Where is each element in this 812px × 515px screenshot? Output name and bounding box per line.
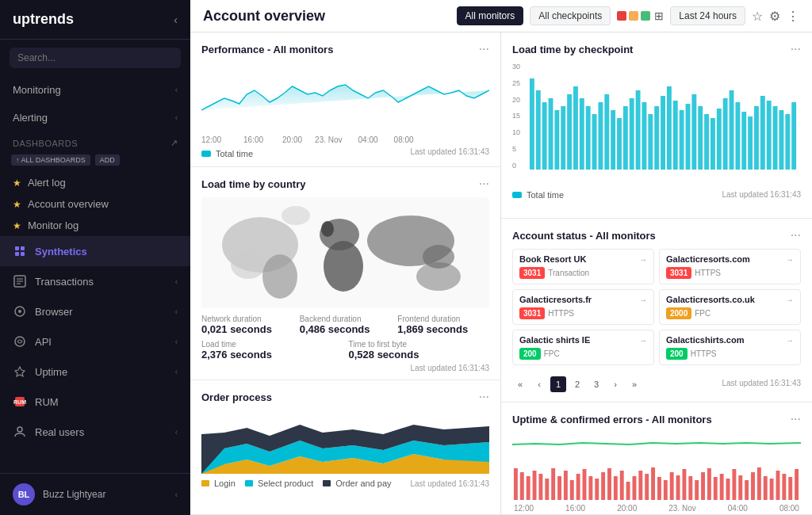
svg-rect-45 xyxy=(642,102,646,170)
page-3[interactable]: 3 xyxy=(588,376,604,392)
status-galacticshirts-com: Galacticshirts.com → 200 HTTPS xyxy=(659,330,801,365)
status-indicators: ⊞ xyxy=(617,10,664,22)
svg-point-21 xyxy=(282,206,310,225)
svg-rect-86 xyxy=(614,476,618,500)
load-time-stat: Load time 2,376 seconds xyxy=(201,340,343,360)
page-2[interactable]: 2 xyxy=(569,376,585,392)
svg-rect-0 xyxy=(15,246,19,250)
page-title: Account overview xyxy=(203,8,325,25)
menu-button[interactable]: ⋮ xyxy=(787,9,799,24)
settings-button[interactable]: ⚙ xyxy=(769,9,780,24)
sidebar-item-api[interactable]: API ‹ xyxy=(0,326,190,357)
sidebar-header: uptrends ‹ xyxy=(0,0,190,40)
svg-rect-43 xyxy=(630,98,634,170)
starred-monitor-log[interactable]: ★ Monitor log xyxy=(0,215,190,236)
svg-rect-98 xyxy=(688,476,692,500)
svg-rect-53 xyxy=(691,94,696,170)
status-red xyxy=(617,11,626,21)
svg-point-9 xyxy=(18,310,21,313)
svg-rect-40 xyxy=(611,110,615,170)
status-card-title: Account status - All monitors xyxy=(512,230,656,242)
sidebar-item-alerting[interactable]: Alerting ‹ xyxy=(0,104,190,132)
status-code: 3031 xyxy=(519,267,545,279)
sidebar-item-rum[interactable]: RUM RUM xyxy=(0,387,190,417)
starred-alert-log[interactable]: ★ Alert log xyxy=(0,172,190,193)
svg-rect-72 xyxy=(527,476,530,500)
uptime-menu-button[interactable]: ··· xyxy=(791,412,801,426)
username-label: Buzz Lightyear xyxy=(43,489,167,500)
user-profile[interactable]: BL Buzz Lightyear ‹ xyxy=(0,474,190,515)
uptime-chart xyxy=(512,433,801,504)
svg-rect-91 xyxy=(645,474,649,500)
left-column: Performance - All monitors ··· xyxy=(190,32,501,515)
avatar: BL xyxy=(13,483,35,505)
sidebar-item-synthetics[interactable]: Synthetics xyxy=(0,236,190,266)
page-1[interactable]: 1 xyxy=(550,376,566,392)
uptime-card: Uptime & confirmed errors - All monitors… xyxy=(501,402,812,515)
sidebar-footer: BL Buzz Lightyear ‹ xyxy=(0,473,190,515)
svg-rect-51 xyxy=(680,110,684,170)
svg-rect-77 xyxy=(557,476,561,500)
page-last[interactable]: » xyxy=(626,376,642,392)
sidebar-item-uptime[interactable]: Uptime ‹ xyxy=(0,357,190,387)
order-legend-dot xyxy=(323,480,331,486)
search-box[interactable] xyxy=(10,48,181,68)
sidebar-collapse-button[interactable]: ‹ xyxy=(174,13,178,26)
sidebar-section-icon: ↗ xyxy=(170,138,178,148)
svg-rect-59 xyxy=(730,90,734,170)
svg-point-10 xyxy=(15,337,25,346)
sidebar-item-realusers[interactable]: Real users ‹ xyxy=(0,417,190,447)
svg-rect-31 xyxy=(554,110,559,170)
all-dashboards-button[interactable]: ↑ ALL DASHBOARDS xyxy=(11,154,90,166)
svg-rect-75 xyxy=(545,479,549,500)
logo: uptrends xyxy=(13,11,74,28)
svg-rect-112 xyxy=(776,471,780,500)
sidebar-item-monitoring[interactable]: Monitoring ‹ xyxy=(0,76,190,104)
svg-rect-42 xyxy=(623,106,628,170)
svg-rect-37 xyxy=(592,114,597,170)
checkpoint-menu[interactable]: ··· xyxy=(791,42,801,56)
search-input[interactable] xyxy=(17,52,173,63)
page-prev[interactable]: ‹ xyxy=(531,376,547,392)
svg-point-13 xyxy=(17,427,22,432)
checkpoint-card: Load time by checkpoint ··· 30 25 20 15 … xyxy=(501,32,812,219)
page-next[interactable]: › xyxy=(607,376,623,392)
svg-rect-30 xyxy=(549,98,553,170)
stats-grid: Network duration 0,021 seconds Backend d… xyxy=(201,315,489,335)
svg-rect-97 xyxy=(682,469,686,500)
sidebar-item-browser[interactable]: Browser ‹ xyxy=(0,296,190,326)
status-code: 200 xyxy=(519,348,541,360)
star-button[interactable]: ☆ xyxy=(752,9,763,24)
all-checkpoints-filter[interactable]: All checkpoints xyxy=(530,6,611,25)
performance-chart xyxy=(201,63,489,134)
svg-rect-79 xyxy=(570,480,574,500)
svg-rect-71 xyxy=(520,472,524,500)
starred-account-overview[interactable]: ★ Account overview xyxy=(0,193,190,215)
svg-rect-47 xyxy=(654,106,659,170)
load-country-last-updated: Last updated 16:31:43 xyxy=(201,364,489,372)
page-first[interactable]: « xyxy=(512,376,528,392)
all-monitors-filter[interactable]: All monitors xyxy=(457,6,524,25)
performance-legend: Total time xyxy=(201,149,253,158)
load-country-menu[interactable]: ··· xyxy=(479,177,489,191)
svg-rect-62 xyxy=(748,116,753,170)
time-range-selector[interactable]: Last 24 hours xyxy=(670,6,745,25)
star-icon: ★ xyxy=(13,220,21,231)
svg-rect-28 xyxy=(536,90,541,170)
chevron-icon: ‹ xyxy=(175,113,178,122)
performance-card: Performance - All monitors ··· xyxy=(190,32,500,167)
ttfb-stat: Time to first byte 0,528 seconds xyxy=(349,340,490,360)
add-dashboard-button[interactable]: ADD xyxy=(95,154,120,166)
login-legend-dot xyxy=(201,480,209,486)
right-column: Load time by checkpoint ··· 30 25 20 15 … xyxy=(501,32,812,515)
svg-rect-27 xyxy=(530,78,534,170)
dashboards-section: Dashboards ↗ xyxy=(0,132,190,151)
sidebar-item-transactions[interactable]: Transactions ‹ xyxy=(0,266,190,296)
order-menu-button[interactable]: ··· xyxy=(479,390,489,404)
svg-rect-56 xyxy=(710,118,715,170)
performance-menu-button[interactable]: ··· xyxy=(479,42,489,56)
status-menu-button[interactable]: ··· xyxy=(791,228,801,242)
status-galacticresorts-fr: Galacticresorts.fr → 3031 HTTPS xyxy=(512,289,654,325)
svg-point-15 xyxy=(231,250,266,279)
svg-rect-76 xyxy=(551,468,555,500)
